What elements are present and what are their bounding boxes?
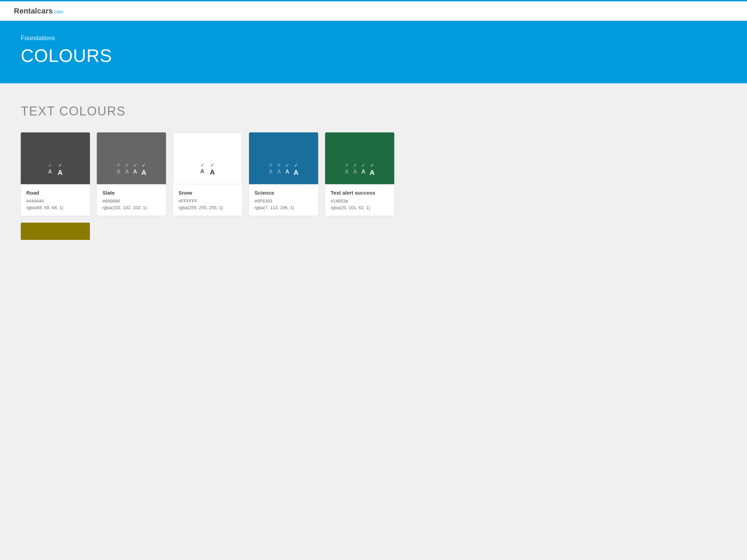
card-name: Road xyxy=(26,190,84,196)
card-info: Science #0F6193 rgba(7, 113, 196, 1) xyxy=(249,184,318,216)
card-rgba: rgba(20, 101, 62, 1) xyxy=(331,205,389,210)
color-card: ✗ A ✗ A ✓ A ✓ A xyxy=(249,132,318,216)
card-rgba: rgba(68, 68, 68, 1) xyxy=(26,205,84,210)
logo: Rentalcars.com xyxy=(14,7,63,16)
color-card: ✓ A ✓ A Snow #FFFFFF rgba(255, 255, 255,… xyxy=(173,132,242,216)
card-name: Science xyxy=(255,190,313,196)
logo-com-text: .com xyxy=(53,9,63,15)
color-swatch: ✗ A ✗ A ✓ A ✓ A xyxy=(97,132,166,184)
page-title: COLOURS xyxy=(21,45,726,66)
color-cards-grid: ✓ A ✓ A Road #444444 rgba(68, 68, 68, 1) xyxy=(21,132,726,216)
color-card: ✓ A ✓ A Road #444444 rgba(68, 68, 68, 1) xyxy=(21,132,90,216)
card-hex: #444444 xyxy=(26,198,84,204)
card-info: Text alert success #14653e rgba(20, 101,… xyxy=(325,184,394,216)
color-card: ✗ A ✗ A ✓ A ✓ A xyxy=(325,132,394,216)
card-hex: #FFFFFF xyxy=(178,198,237,204)
card-info: Snow #FFFFFF rgba(255, 255, 255, 1) xyxy=(173,184,242,216)
color-swatch: ✗ A ✗ A ✓ A ✓ A xyxy=(249,132,318,184)
card-rgba: rgba(102, 102, 102, 1) xyxy=(102,205,160,210)
card-name: Slate xyxy=(102,190,160,196)
card-hex: #666666 xyxy=(102,198,160,204)
section-title-text-colours: TEXT COLOURS xyxy=(21,104,726,119)
color-swatch: ✓ A ✓ A xyxy=(173,132,242,184)
color-card: ✗ A ✗ A ✓ A ✓ A xyxy=(97,132,166,216)
hero-banner: Foundations COLOURS xyxy=(0,21,747,83)
card-info: Road #444444 rgba(68, 68, 68, 1) xyxy=(21,184,90,216)
card-hex: #14653e xyxy=(331,198,389,204)
color-swatch: ✗ A ✗ A ✓ A ✓ A xyxy=(325,132,394,184)
card-rgba: rgba(255, 255, 255, 1) xyxy=(178,205,237,210)
partial-color-card xyxy=(21,223,90,240)
card-hex: #0F6193 xyxy=(255,198,313,204)
breadcrumb: Foundations xyxy=(21,35,726,42)
card-name: Text alert success xyxy=(331,190,389,196)
card-rgba: rgba(7, 113, 196, 1) xyxy=(255,205,313,210)
logo-rental-text: Rentalcars xyxy=(14,7,53,15)
top-nav: Rentalcars.com xyxy=(0,0,747,21)
card-info: Slate #666666 rgba(102, 102, 102, 1) xyxy=(97,184,166,216)
card-name: Snow xyxy=(178,190,237,196)
main-content: TEXT COLOURS ✓ A ✓ A Road #444 xyxy=(0,83,747,254)
color-swatch: ✓ A ✓ A xyxy=(21,132,90,184)
